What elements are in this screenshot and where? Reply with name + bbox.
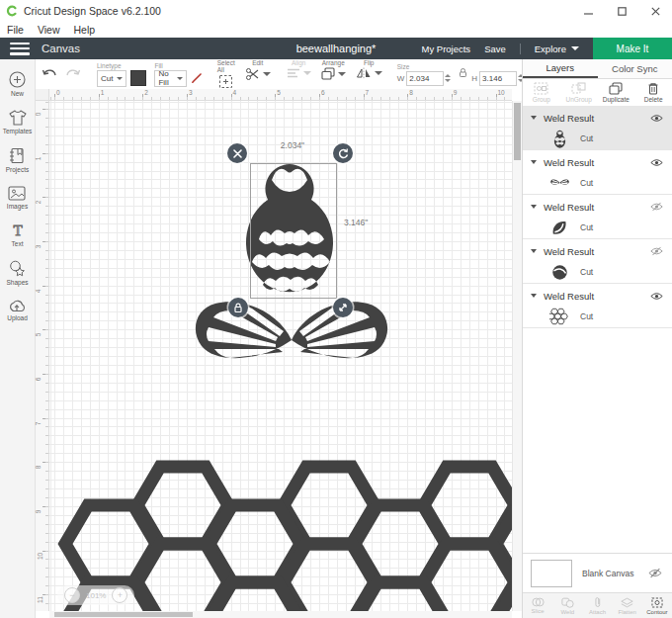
contour-button[interactable]: Contour: [642, 597, 672, 615]
layer-row-cut[interactable]: Cut: [523, 306, 672, 327]
canvas-grid[interactable]: 2.034" 3.146" − 101% +: [49, 101, 512, 611]
maximize-button[interactable]: [605, 0, 638, 22]
duplicate-icon: [609, 82, 623, 95]
sidebar-item-upload[interactable]: Upload: [7, 299, 28, 321]
visibility-eye-icon[interactable]: [648, 114, 664, 123]
menu-file[interactable]: File: [0, 24, 31, 36]
collapse-caret-icon[interactable]: [531, 294, 537, 298]
notebook-icon: [9, 147, 25, 164]
undo-icon[interactable]: [42, 68, 57, 81]
redo-icon[interactable]: [65, 68, 81, 81]
my-projects-link[interactable]: My Projects: [422, 44, 471, 54]
blank-canvas-row[interactable]: Blank Canvas: [523, 553, 672, 593]
vertical-scrollbar[interactable]: [512, 101, 522, 611]
selection-height-label: 3.146": [344, 218, 368, 227]
close-button[interactable]: [638, 0, 672, 22]
fill-dropdown[interactable]: No Fill: [154, 70, 186, 87]
collapse-caret-icon[interactable]: [531, 205, 537, 209]
ungroup-icon: [571, 82, 586, 95]
group-icon: [534, 82, 548, 95]
edit-button[interactable]: Edit: [240, 59, 276, 89]
resize-handle[interactable]: [333, 298, 353, 317]
save-link[interactable]: Save: [484, 44, 506, 54]
visibility-eye-off-icon[interactable]: [648, 565, 662, 582]
select-all-button[interactable]: Select All: [212, 59, 240, 89]
canvas-color-swatch[interactable]: [531, 560, 572, 587]
sidebar-item-templates[interactable]: Templates: [3, 110, 33, 134]
chevron-down-icon: [338, 72, 346, 76]
bee-wings-shape[interactable]: [196, 302, 387, 358]
visibility-eye-off-icon[interactable]: [648, 246, 664, 256]
paperclip-icon: [594, 596, 602, 608]
horizontal-scrollbar[interactable]: [49, 611, 512, 618]
edit-toolbar: Linetype Cut Fill No Fill Select All Edi…: [36, 59, 522, 90]
layer-row-cut[interactable]: Cut: [523, 217, 672, 238]
pen-icon: [191, 70, 203, 86]
layer-group-2[interactable]: Weld Result Cut: [523, 150, 672, 195]
sidebar-item-projects[interactable]: Projects: [6, 147, 29, 173]
chevron-down-icon: [303, 71, 311, 75]
delete-button[interactable]: Delete: [634, 82, 672, 103]
collapse-caret-icon[interactable]: [531, 116, 537, 120]
menu-view[interactable]: View: [31, 24, 67, 36]
linetype-color-swatch[interactable]: [130, 70, 146, 86]
width-input[interactable]: [406, 71, 444, 86]
hamburger-menu-icon[interactable]: [10, 43, 30, 55]
design-canvas[interactable]: 012345678910 01234567891011 2.034" 3.146…: [36, 89, 522, 618]
menu-help[interactable]: Help: [67, 24, 103, 36]
size-lock-icon[interactable]: [458, 67, 468, 78]
layer-group-1[interactable]: Weld Result Cut: [523, 106, 672, 150]
height-input[interactable]: [479, 71, 517, 86]
zoom-out-button[interactable]: −: [64, 587, 80, 603]
new-icon: [9, 71, 26, 88]
lock-handle[interactable]: [228, 298, 248, 317]
attach-button: Attach: [582, 596, 612, 615]
layer-group-3[interactable]: Weld Result Cut: [523, 195, 672, 239]
zoom-in-button[interactable]: +: [112, 587, 127, 603]
chevron-down-icon: [117, 77, 123, 80]
explore-menu[interactable]: Explore: [535, 44, 579, 54]
trash-icon: [647, 82, 659, 95]
visibility-eye-icon[interactable]: [648, 158, 664, 167]
flip-button[interactable]: Flip: [351, 59, 387, 89]
slice-button: Slice: [523, 597, 552, 614]
sidebar-item-new[interactable]: New: [9, 71, 26, 97]
rotate-icon: [338, 148, 349, 159]
app-header: Canvas beewallhanging* My Projects Save …: [0, 38, 672, 59]
sidebar-item-images[interactable]: Images: [7, 186, 28, 210]
layer-group-4[interactable]: Weld Result Cut: [523, 239, 672, 284]
arrange-icon: [321, 67, 335, 80]
weld-icon: [561, 597, 574, 608]
sidebar-item-text[interactable]: T Text: [10, 222, 26, 247]
ruler-corner: [36, 89, 49, 101]
thumb-swirl-circle-icon: [548, 262, 570, 282]
thumb-honeycomb-icon: [548, 307, 570, 326]
duplicate-button[interactable]: Duplicate: [598, 82, 635, 103]
sidebar-item-shapes[interactable]: Shapes: [6, 260, 28, 286]
arrange-button[interactable]: Arrange: [316, 59, 351, 89]
tshirt-icon: [9, 110, 27, 126]
linetype-dropdown[interactable]: Cut: [97, 70, 126, 87]
zoom-control: − 101% +: [57, 585, 134, 605]
horizontal-scrollbar-thumb[interactable]: [54, 612, 193, 617]
visibility-eye-off-icon[interactable]: [648, 202, 664, 212]
layer-row-cut[interactable]: Cut: [523, 172, 672, 194]
minimize-button[interactable]: [571, 0, 605, 22]
contour-icon: [651, 597, 663, 608]
collapse-caret-icon[interactable]: [531, 160, 537, 164]
tab-color-sync[interactable]: Color Sync: [598, 59, 672, 78]
visibility-eye-icon[interactable]: [648, 292, 664, 301]
collapse-caret-icon[interactable]: [531, 249, 537, 253]
title-bar: Cricut Design Space v6.2.100: [0, 0, 672, 23]
width-stepper[interactable]: [445, 74, 451, 82]
make-it-button[interactable]: Make It: [593, 38, 672, 59]
layer-group-5[interactable]: Weld Result Cut: [523, 284, 672, 328]
delete-handle[interactable]: [227, 143, 247, 163]
vertical-scrollbar-thumb[interactable]: [514, 103, 521, 160]
rotate-handle[interactable]: [333, 143, 353, 163]
layer-row-cut[interactable]: Cut: [523, 261, 672, 283]
tab-layers[interactable]: Layers: [523, 59, 598, 78]
group-button: Group: [523, 82, 560, 103]
selection-bounding-box[interactable]: [250, 163, 337, 299]
layer-row-cut[interactable]: Cut: [523, 128, 672, 149]
